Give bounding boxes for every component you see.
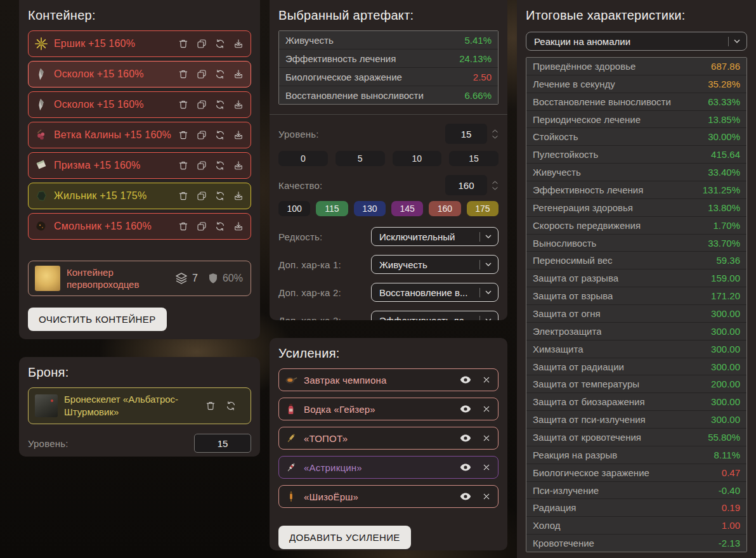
copy-artifact-button[interactable] (196, 99, 207, 110)
remove-boost-button[interactable] (481, 462, 492, 472)
boost-item[interactable]: «ТОПОТ» (278, 427, 499, 450)
remove-boost-button[interactable] (481, 491, 492, 502)
frying-pan-icon (285, 373, 297, 386)
protection-value: 60% (223, 273, 243, 284)
quality-preset-button[interactable]: 100 (278, 201, 310, 216)
reroll-artifact-button[interactable] (214, 129, 226, 141)
quality-preset-button[interactable]: 130 (354, 201, 386, 216)
delete-artifact-button[interactable] (178, 160, 189, 171)
container-artifact-item[interactable]: Ветка Калины +15 160% (28, 122, 251, 148)
container-info-card[interactable]: Контейнер первопроходцев 7 60% (28, 261, 251, 296)
save-artifact-button[interactable] (233, 160, 244, 171)
delete-artifact-button[interactable] (178, 99, 189, 110)
toggle-boost-visibility-button[interactable] (459, 461, 472, 474)
toggle-boost-visibility-button[interactable] (459, 403, 472, 415)
copy-artifact-button[interactable] (196, 68, 207, 80)
delete-artifact-button[interactable] (178, 38, 189, 49)
rarity-select[interactable]: Исключительный (371, 227, 499, 246)
copy-artifact-button[interactable] (196, 160, 207, 171)
save-to-tray-icon (233, 68, 244, 80)
armor-level-input[interactable] (194, 434, 251, 453)
slots-count: 7 (192, 273, 198, 284)
reroll-artifact-button[interactable] (214, 38, 226, 49)
copy-artifact-button[interactable] (196, 221, 207, 232)
result-value: 55.80% (708, 432, 740, 443)
clear-container-button[interactable]: ОЧИСТИТЬ КОНТЕЙНЕР (28, 308, 167, 331)
level-input[interactable] (445, 124, 487, 144)
extra-stat-select[interactable]: Эффективность ле... (371, 311, 499, 320)
delete-armor-button[interactable] (205, 400, 216, 412)
reroll-artifact-button[interactable] (214, 68, 226, 80)
close-icon (481, 433, 492, 443)
result-value: 13.80% (708, 202, 740, 213)
spinner-up-icon[interactable] (492, 129, 499, 133)
save-artifact-button[interactable] (233, 190, 244, 202)
boost-item[interactable]: «Астрикцин» (278, 456, 499, 479)
boost-item[interactable]: «ШизоЁрш» (278, 485, 499, 508)
reroll-artifact-button[interactable] (214, 190, 226, 202)
anomaly-reactions-select[interactable]: Реакции на аномалии (526, 32, 747, 51)
result-stat-row: Защита от биозаражения 300.00 (526, 393, 746, 410)
extra-stat-select[interactable]: Восстановление в... (371, 283, 499, 302)
result-label: Защита от кровотечения (533, 432, 641, 443)
remove-boost-button[interactable] (481, 433, 492, 443)
reroll-artifact-button[interactable] (214, 221, 226, 232)
level-preset-button[interactable]: 10 (393, 151, 442, 166)
quality-preset-button[interactable]: 175 (467, 201, 499, 216)
reroll-artifact-button[interactable] (214, 99, 226, 110)
container-artifact-item[interactable]: Ершик +15 160% (28, 30, 251, 57)
toggle-boost-visibility-button[interactable] (459, 432, 472, 444)
trash-icon (178, 190, 189, 202)
save-artifact-button[interactable] (233, 38, 244, 49)
shield-icon (207, 272, 219, 285)
copy-artifact-button[interactable] (196, 129, 207, 141)
result-stat-row: Защита от огня 300.00 (526, 304, 746, 322)
refresh-icon (214, 160, 226, 171)
boost-item[interactable]: Водка «Гейзер» (278, 398, 499, 420)
armor-panel: Броня: Бронескелет «Альбатрос-Штурмовик»… (19, 357, 260, 457)
result-value: 13.85% (708, 114, 740, 125)
save-artifact-button[interactable] (233, 129, 244, 141)
armor-item[interactable]: Бронескелет «Альбатрос-Штурмовик» (28, 387, 251, 424)
spinner-down-icon[interactable] (492, 186, 499, 191)
close-icon (481, 404, 492, 414)
quality-preset-button[interactable]: 145 (391, 201, 423, 216)
toggle-boost-visibility-button[interactable] (459, 373, 472, 386)
artifact-name: Ветка Калины +15 160% (54, 129, 172, 141)
container-artifact-item[interactable]: Призма +15 160% (28, 152, 251, 179)
boost-item[interactable]: Завтрак чемпиона (278, 368, 499, 391)
spinner-down-icon[interactable] (492, 135, 499, 140)
spinner-up-icon[interactable] (492, 180, 499, 185)
extra-stat-select[interactable]: Живучесть (371, 255, 499, 274)
extra-stat-label: Доп. хар-ка 3: (278, 315, 341, 321)
delete-artifact-button[interactable] (178, 190, 189, 202)
delete-artifact-button[interactable] (178, 221, 189, 232)
copy-artifact-button[interactable] (196, 38, 207, 49)
save-artifact-button[interactable] (233, 99, 244, 110)
delete-artifact-button[interactable] (178, 68, 189, 80)
rarity-label: Редкость: (278, 231, 322, 242)
artifact-name: Призма +15 160% (54, 160, 172, 171)
remove-boost-button[interactable] (481, 404, 492, 414)
container-artifact-item[interactable]: Жильник +15 175% (28, 183, 251, 209)
container-artifact-item[interactable]: Смольник +15 160% (28, 213, 251, 240)
save-artifact-button[interactable] (233, 221, 244, 232)
copy-icon (196, 160, 207, 171)
reroll-artifact-button[interactable] (214, 160, 226, 171)
toggle-boost-visibility-button[interactable] (459, 490, 472, 503)
reroll-armor-button[interactable] (225, 400, 237, 412)
level-preset-button[interactable]: 0 (278, 151, 328, 166)
level-preset-button[interactable]: 15 (449, 151, 499, 166)
quality-preset-button[interactable]: 160 (429, 201, 460, 216)
save-artifact-button[interactable] (233, 68, 244, 80)
copy-artifact-button[interactable] (196, 190, 207, 202)
container-artifact-item[interactable]: Осколок +15 160% (28, 61, 251, 88)
level-preset-button[interactable]: 5 (336, 151, 385, 166)
quality-preset-button[interactable]: 115 (316, 201, 348, 216)
result-label: Защита от биозаражения (533, 396, 645, 407)
add-boost-button[interactable]: ДОБАВИТЬ УСИЛЕНИЕ (278, 526, 411, 549)
delete-artifact-button[interactable] (178, 129, 189, 141)
remove-boost-button[interactable] (481, 375, 492, 385)
quality-input[interactable] (445, 175, 487, 195)
container-artifact-item[interactable]: Осколок +15 160% (28, 91, 251, 118)
